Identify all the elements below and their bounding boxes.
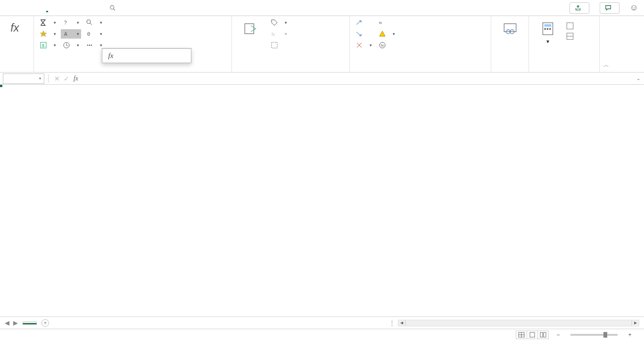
more-icon xyxy=(86,41,93,49)
svg-rect-27 xyxy=(549,28,551,30)
evaluate-formula-button[interactable]: fx xyxy=(377,40,397,50)
fx-button[interactable]: fx xyxy=(71,75,81,82)
add-sheet-button[interactable]: + xyxy=(41,319,49,327)
view-normal-button[interactable] xyxy=(516,331,527,339)
hscroll-split-icon[interactable]: ⋮ xyxy=(389,319,395,326)
calculate-sheet-icon[interactable] xyxy=(566,32,574,40)
scroll-right-button[interactable]: ▶ xyxy=(632,320,639,326)
svg-text:fx: fx xyxy=(272,32,275,37)
svg-text:θ: θ xyxy=(87,31,90,37)
zoom-in-button[interactable]: + xyxy=(626,332,634,338)
insert-function-link[interactable]: fx xyxy=(102,49,191,63)
chevron-down-icon: ▾ xyxy=(100,43,102,48)
text-icon: A xyxy=(63,30,70,38)
svg-rect-25 xyxy=(545,28,546,30)
theta-icon: θ xyxy=(86,30,93,38)
share-button[interactable] xyxy=(570,2,589,14)
show-formulas-icon: fx xyxy=(379,19,386,26)
svg-text:fx: fx xyxy=(10,22,19,34)
page-layout-icon xyxy=(529,332,536,338)
name-manager-button[interactable] xyxy=(236,18,266,38)
trace-dependents-button[interactable] xyxy=(354,29,374,39)
grid-view-icon xyxy=(518,332,525,338)
clock-icon xyxy=(63,41,70,49)
svg-rect-35 xyxy=(540,332,543,337)
svg-line-1 xyxy=(114,8,116,10)
remove-arrows-button[interactable]: ▾ xyxy=(354,40,374,50)
chevron-down-icon: ▾ xyxy=(77,20,79,25)
chevron-down-icon: ▾ xyxy=(285,32,287,36)
name-box[interactable]: ▾ xyxy=(3,73,44,84)
group-label xyxy=(533,64,595,71)
svg-point-8 xyxy=(87,20,91,24)
use-formula-icon: fx xyxy=(271,30,278,38)
text-functions-button[interactable]: A▾ xyxy=(61,29,81,39)
watch-window-icon xyxy=(502,21,518,37)
svg-rect-28 xyxy=(567,23,573,29)
chevron-down-icon: ▾ xyxy=(285,20,287,25)
chevron-down-icon: ▾ xyxy=(77,43,79,48)
show-formulas-button[interactable]: fx xyxy=(377,18,397,27)
fx-icon: fx xyxy=(106,52,116,60)
logical-icon: ? xyxy=(63,19,70,26)
zoom-out-button[interactable]: − xyxy=(554,332,562,338)
chevron-down-icon: ▾ xyxy=(100,32,102,36)
view-page-break-button[interactable] xyxy=(537,331,549,339)
svg-rect-26 xyxy=(547,28,548,30)
zoom-slider[interactable] xyxy=(570,334,618,336)
name-manager-icon xyxy=(243,21,259,37)
horizontal-scrollbar[interactable] xyxy=(405,320,632,326)
comment-icon xyxy=(605,5,611,11)
svg-point-0 xyxy=(110,5,114,9)
define-name-button[interactable]: ▾ xyxy=(269,18,289,27)
precedent-icon xyxy=(355,19,363,26)
sigma-icon xyxy=(40,19,47,26)
recently-used-button[interactable]: ▾ xyxy=(38,29,58,39)
warning-icon xyxy=(379,30,386,38)
logical-button[interactable]: ?▾ xyxy=(61,18,81,27)
sheet-tab-bar: ◀ ▶ + ⋮ ◀ ▶ xyxy=(0,316,644,329)
spreadsheet-grid[interactable] xyxy=(0,85,644,316)
cancel-formula-icon[interactable]: ✕ xyxy=(52,75,62,82)
svg-point-12 xyxy=(89,45,91,46)
svg-rect-14 xyxy=(245,24,254,33)
scroll-left-button[interactable]: ◀ xyxy=(398,320,405,326)
insert-function-button[interactable]: fx xyxy=(4,18,30,38)
sheet-tab[interactable] xyxy=(23,322,37,324)
error-checking-button[interactable]: ▾ xyxy=(377,29,397,39)
chevron-down-icon: ▾ xyxy=(77,32,79,36)
comments-button[interactable] xyxy=(600,2,619,14)
svg-rect-36 xyxy=(544,332,546,337)
date-time-button[interactable]: ▾ xyxy=(61,40,81,50)
lookup-reference-button[interactable]: ▾ xyxy=(84,18,104,27)
group-label xyxy=(354,64,487,71)
more-functions-button[interactable]: ▾ xyxy=(84,40,104,50)
financial-button[interactable]: $▾ xyxy=(38,40,58,50)
collapse-ribbon-button[interactable]: ︿ xyxy=(600,16,613,72)
sheet-nav-next-icon[interactable]: ▶ xyxy=(13,319,18,326)
chevron-down-icon: ▾ xyxy=(54,32,56,36)
view-page-layout-button[interactable] xyxy=(527,331,538,339)
sheet-nav-prev-icon[interactable]: ◀ xyxy=(5,319,9,326)
chevron-down-icon: ▾ xyxy=(546,39,549,45)
use-in-formula-button[interactable]: fx▾ xyxy=(269,29,289,39)
svg-point-11 xyxy=(87,45,89,46)
chevron-down-icon: ▾ xyxy=(393,32,395,36)
tell-me-search[interactable] xyxy=(109,5,119,11)
math-trig-button[interactable]: θ▾ xyxy=(84,29,104,39)
calculate-now-icon[interactable] xyxy=(566,22,574,30)
trace-precedents-button[interactable] xyxy=(354,18,374,27)
chevron-down-icon: ▾ xyxy=(39,76,41,81)
enter-formula-icon[interactable]: ✓ xyxy=(62,75,71,82)
svg-text:A: A xyxy=(64,32,67,37)
autosum-button[interactable]: ▾ xyxy=(38,18,58,27)
svg-point-13 xyxy=(91,45,92,46)
active-cell-outline xyxy=(0,85,2,87)
feedback-smiley-icon[interactable]: ☺ xyxy=(630,3,638,13)
create-from-selection-button[interactable] xyxy=(269,40,289,50)
svg-rect-20 xyxy=(504,24,516,32)
ribbon: fx ▾ ▾ $▾ ?▾ A▾ ▾ ▾ θ▾ xyxy=(0,16,644,73)
calculation-options-button[interactable]: ▾ xyxy=(533,18,563,45)
expand-formula-bar-icon[interactable]: ⌄ xyxy=(636,76,640,81)
watch-window-button[interactable] xyxy=(495,18,525,38)
